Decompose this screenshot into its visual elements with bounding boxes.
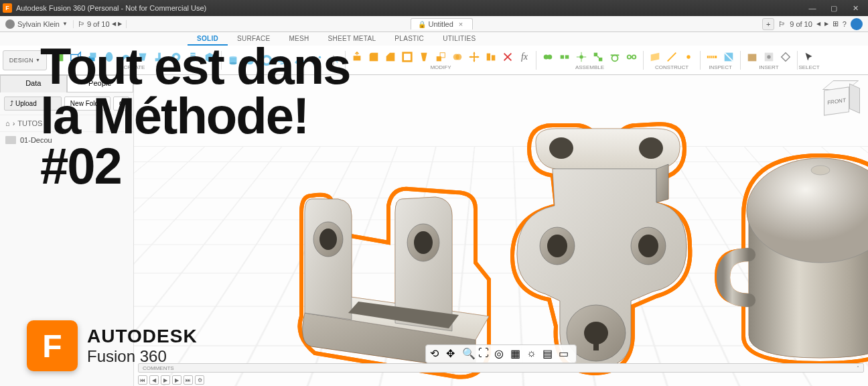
svg-rect-20	[403, 53, 412, 62]
svg-point-54	[584, 322, 608, 344]
page-prev-right-icon[interactable]: ◀	[816, 21, 820, 27]
chevron-up-icon[interactable]: ˄	[857, 365, 859, 371]
plane-icon[interactable]	[647, 49, 663, 65]
insert-derive-icon[interactable]	[744, 49, 760, 65]
logo-block: F AUTODESK Fusion 360	[27, 320, 198, 371]
insert-mesh-icon[interactable]	[778, 49, 794, 65]
fit-icon[interactable]: ⛶	[478, 347, 492, 361]
effects-icon[interactable]: ☼	[526, 347, 540, 361]
rigid-group-icon[interactable]	[590, 49, 606, 65]
document-tab[interactable]: 🔒 Untitled ×	[411, 18, 474, 29]
viewcube[interactable]: FRONT	[821, 80, 859, 118]
measure-icon[interactable]	[704, 49, 720, 65]
motion-link-icon[interactable]	[624, 49, 640, 65]
zoom-icon[interactable]: 🔍	[462, 347, 476, 361]
breadcrumb-label[interactable]: TUTOS	[17, 119, 42, 127]
app-title: Autodesk Fusion 360 (Personal - Not for …	[16, 4, 206, 12]
section-icon[interactable]	[721, 49, 737, 65]
group-construct-label: CONSTRUCT	[655, 64, 689, 70]
tab-plastic[interactable]: PLASTIC	[385, 33, 433, 46]
minimize-button[interactable]: ―	[802, 1, 822, 15]
lookAt-icon[interactable]: ◎	[494, 347, 508, 361]
draft-icon[interactable]	[416, 49, 432, 65]
svg-rect-40	[748, 54, 757, 62]
svg-rect-25	[487, 54, 490, 61]
svg-point-34	[612, 55, 618, 61]
pan-icon[interactable]: ✥	[446, 347, 459, 361]
user-name: Sylvain Klein	[17, 20, 60, 28]
svg-point-57	[811, 166, 830, 175]
fusion-logo-icon: F	[27, 320, 78, 371]
group-assemble-label: ASSEMBLE	[575, 64, 604, 70]
svg-point-37	[686, 55, 690, 58]
select-icon[interactable]	[801, 49, 817, 65]
viewcube-front[interactable]: FRONT	[824, 86, 849, 115]
timeline-prev-icon[interactable]: ◀	[149, 375, 159, 385]
joint-icon[interactable]	[540, 49, 556, 65]
svg-rect-30	[565, 55, 569, 58]
move-icon[interactable]	[466, 49, 482, 65]
timeline-start-icon[interactable]: ⏮	[138, 375, 147, 385]
timeline-end-icon[interactable]: ⏭	[184, 375, 193, 385]
align-icon[interactable]	[483, 49, 499, 65]
insert-decal-icon[interactable]	[761, 49, 777, 65]
help-icon[interactable]: ?	[843, 20, 847, 28]
svg-point-48	[639, 137, 663, 159]
svg-rect-55	[593, 341, 599, 350]
timeline-next-icon[interactable]: ▶	[172, 375, 182, 385]
svg-rect-32	[594, 53, 597, 56]
upload-icon: ⤴	[10, 100, 13, 107]
grid-icon[interactable]: ▤	[542, 347, 556, 361]
page-prev-icon[interactable]: ◀	[112, 21, 116, 27]
page-nav-right-label: 9 of 10	[790, 20, 812, 28]
timeline-settings-icon[interactable]: ⚙	[195, 375, 204, 385]
svg-rect-33	[599, 58, 602, 61]
scale-icon[interactable]	[433, 49, 449, 65]
svg-point-50	[547, 235, 567, 257]
joint-origin-icon[interactable]	[573, 49, 589, 65]
svg-point-28	[547, 54, 552, 59]
svg-point-36	[632, 55, 636, 58]
svg-rect-26	[492, 55, 495, 60]
svg-rect-19	[354, 56, 361, 60]
app-icon: F	[3, 3, 12, 13]
home-icon[interactable]: ⌂	[5, 119, 10, 127]
close-button[interactable]: ✕	[845, 1, 865, 15]
chamfer-icon[interactable]	[382, 49, 399, 65]
display-icon[interactable]: ▦	[510, 347, 524, 361]
view-navigation-bar: ⟲ ✥ 🔍 ⛶ ◎ ▦ ☼ ▤ ▭	[425, 344, 577, 363]
maximize-button[interactable]: ▢	[824, 1, 844, 15]
user-avatar-icon[interactable]	[5, 19, 15, 29]
new-tab-button[interactable]: +	[762, 18, 774, 30]
fillet-icon[interactable]	[366, 49, 382, 65]
pressPull-icon[interactable]	[349, 49, 365, 65]
extensions-icon[interactable]: ⊞	[833, 19, 839, 28]
hero-line1: Tout est dans	[40, 42, 350, 91]
svg-point-42	[767, 55, 770, 58]
page-next-right-icon[interactable]: ▶	[824, 21, 828, 27]
hero-line3: #02	[40, 141, 350, 191]
point-icon[interactable]	[680, 49, 697, 65]
combine-icon[interactable]	[449, 49, 465, 65]
logo-brand: AUTODESK	[87, 326, 198, 347]
lock-icon: 🔒	[418, 21, 426, 28]
parameters-icon[interactable]: fx	[516, 49, 532, 65]
timeline-play-icon[interactable]: ▶	[161, 375, 170, 385]
svg-rect-29	[561, 55, 564, 58]
user-dropdown-icon[interactable]: ▼	[62, 21, 68, 27]
orbit-icon[interactable]: ⟲	[430, 347, 443, 361]
tangent-icon[interactable]	[607, 49, 623, 65]
group-modify-label: MODIFY	[430, 64, 451, 70]
asbuilt-icon[interactable]	[557, 49, 573, 65]
tab-utilities[interactable]: UTILITIES	[433, 33, 485, 46]
shell-icon[interactable]	[399, 49, 415, 65]
account-avatar[interactable]	[851, 18, 863, 30]
close-tab-icon[interactable]: ×	[456, 20, 465, 28]
notification-icon-right[interactable]: 🏳	[778, 20, 786, 28]
viewport-icon[interactable]: ▭	[559, 347, 572, 361]
delete-icon[interactable]	[500, 49, 516, 65]
page-next-icon[interactable]: ▶	[118, 21, 122, 27]
comments-bar[interactable]: COMMENTS ˄	[138, 363, 864, 373]
axis-icon[interactable]	[664, 49, 680, 65]
notification-icon[interactable]: 🏳	[78, 20, 85, 28]
